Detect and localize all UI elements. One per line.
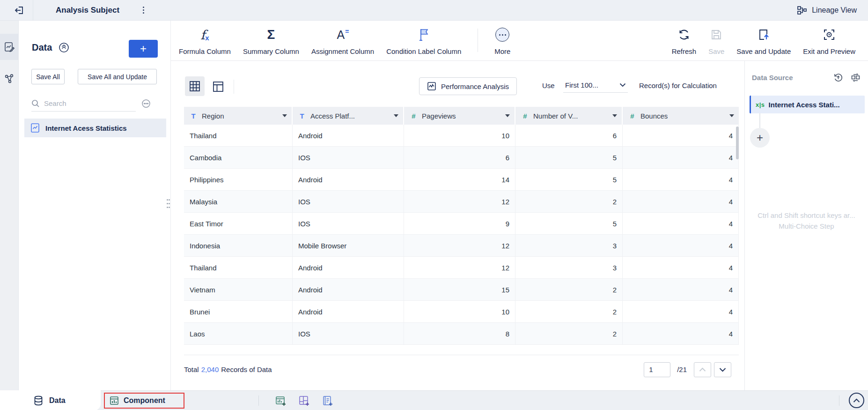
table-cell: 5: [515, 147, 623, 169]
record-sample-value: First 100...: [565, 81, 598, 89]
table-cell: Android: [293, 301, 404, 323]
table-vertical-scrollbar[interactable]: [736, 127, 739, 159]
save-label: Save: [708, 47, 724, 55]
view-toggle-divider: [234, 80, 234, 94]
table-row: PhilippinesAndroid1454: [184, 169, 739, 191]
column-header-region[interactable]: TRegion: [184, 107, 293, 125]
layout-view-toggle[interactable]: [211, 80, 225, 94]
column-header-access-platf[interactable]: TAccess Platf...: [293, 107, 404, 125]
toolbar-right-group: Refresh Save Save and Up: [666, 25, 861, 57]
table-cell: Vietnam: [184, 279, 293, 301]
hint-line-1: Ctrl and Shift shortcut keys ar...: [746, 210, 867, 221]
save-disk-icon: [710, 26, 722, 44]
table-cell: Android: [293, 257, 404, 279]
search-input[interactable]: [44, 99, 137, 107]
formula-column-button[interactable]: fx Formula Column: [173, 25, 237, 57]
column-dropdown-icon[interactable]: [729, 114, 734, 117]
table-cell: Philippines: [184, 169, 293, 191]
table-cell: 3: [515, 235, 623, 257]
column-dropdown-icon[interactable]: [505, 114, 510, 117]
table-row: MalaysiaIOS1224: [184, 191, 739, 213]
summary-column-button[interactable]: Σ Summary Column: [237, 25, 305, 57]
collapse-bottom-panel-button[interactable]: [849, 393, 864, 408]
condition-label-column-button[interactable]: Condition Label Column: [380, 25, 467, 57]
sigma-icon: Σ: [267, 26, 275, 44]
total-records-count[interactable]: 2,040: [201, 365, 219, 373]
save-update-icon: [757, 26, 770, 44]
title-kebab-menu-icon[interactable]: [139, 6, 147, 15]
switch-source-icon[interactable]: [851, 73, 861, 82]
save-all-and-update-button[interactable]: Save All and Update: [78, 69, 157, 84]
column-dropdown-icon[interactable]: [612, 114, 617, 117]
table-cell: 4: [623, 191, 739, 213]
tab-data[interactable]: Data: [0, 390, 101, 410]
refresh-button[interactable]: Refresh: [666, 25, 703, 57]
add-step-button[interactable]: +: [750, 128, 770, 148]
assignment-column-button[interactable]: A= Assignment Column: [305, 25, 380, 57]
table-cell: 12: [404, 235, 515, 257]
table-header-row: TRegionTAccess Platf...#Pageviews#Number…: [184, 107, 739, 125]
performance-analysis-button[interactable]: Performance Analysis: [419, 77, 517, 95]
collapse-panel-icon[interactable]: [59, 42, 69, 53]
add-dataset-button[interactable]: +: [129, 40, 158, 58]
dataset-item-internet-access-statistics[interactable]: Internet Acess Statistics: [24, 119, 166, 137]
tab-data-label: Data: [49, 396, 66, 405]
add-report-icon[interactable]: [321, 395, 334, 408]
table-cell: 10: [404, 301, 515, 323]
data-source-title: Data Source: [752, 74, 793, 82]
table-cell: IOS: [293, 323, 404, 345]
previous-page-button[interactable]: [694, 362, 711, 377]
column-dropdown-icon[interactable]: [282, 114, 287, 117]
exit-and-preview-button[interactable]: Exit and Preview: [797, 25, 861, 57]
add-chart-component-icon[interactable]: [274, 395, 287, 408]
table-cell: Cambodia: [184, 147, 293, 169]
total-prefix: Total: [184, 365, 199, 373]
data-table: TRegionTAccess Platf...#Pageviews#Number…: [184, 107, 739, 345]
refresh-label: Refresh: [672, 47, 697, 55]
table-cell: 6: [404, 147, 515, 169]
search-options-icon[interactable]: [141, 99, 151, 108]
more-button[interactable]: More: [488, 25, 516, 57]
number-type-icon: #: [521, 112, 529, 120]
column-header-number-of-v[interactable]: #Number of V...: [515, 107, 623, 125]
condition-label-column-label: Condition Label Column: [386, 47, 461, 55]
use-label: Use: [542, 82, 555, 89]
data-source-step-internet-access[interactable]: x|s Internet Acess Stati...: [750, 96, 865, 113]
column-header-bounces[interactable]: #Bounces: [623, 107, 739, 125]
table-footer: Total 2,040 Records of Data /21: [184, 355, 739, 384]
save-all-button[interactable]: Save All: [31, 69, 65, 84]
chevron-down-icon: [619, 83, 626, 87]
data-panel-title: Data: [32, 42, 52, 53]
column-header-pageviews[interactable]: #Pageviews: [404, 107, 515, 125]
number-type-icon: #: [410, 112, 417, 120]
column-dropdown-icon[interactable]: [394, 114, 398, 117]
tab-component[interactable]: Component: [104, 393, 184, 409]
total-suffix: Records of Data: [221, 365, 272, 373]
lineage-view-button[interactable]: Lineage View: [797, 6, 868, 15]
table-row: CambodiaIOS654: [184, 147, 739, 169]
back-exit-icon[interactable]: [14, 5, 25, 16]
data-source-panel: Data Source x|s Internet Acess Stati... …: [744, 61, 868, 390]
save-and-update-button[interactable]: Save and Update: [730, 25, 797, 57]
rail-analysis-board-icon[interactable]: [0, 34, 19, 60]
rail-relationship-icon[interactable]: [0, 68, 19, 89]
update-history-icon[interactable]: [833, 73, 843, 82]
save-button[interactable]: Save: [702, 25, 730, 57]
bottom-tab-bar: Data Component: [0, 390, 868, 410]
record-sample-dropdown[interactable]: First 100...: [563, 78, 628, 93]
table-cell: 4: [623, 125, 739, 147]
grid-view-toggle[interactable]: [185, 76, 205, 96]
left-icon-rail: [0, 21, 19, 390]
refresh-icon: [677, 26, 691, 44]
total-records-text: Total 2,040 Records of Data: [184, 365, 272, 373]
performance-analysis-label: Performance Analysis: [441, 82, 509, 90]
bottom-bar-divider-right: [839, 395, 839, 406]
table-cell: Mobile Browser: [293, 235, 404, 257]
table-row: VietnamAndroid1524: [184, 279, 739, 301]
add-dashboard-icon[interactable]: [298, 395, 311, 408]
analysis-subject-app: Analysis Subject Lineage View fx Formula…: [0, 0, 868, 410]
page-number-input[interactable]: [644, 362, 670, 377]
next-page-button[interactable]: [714, 362, 731, 377]
flag-icon: [418, 26, 430, 44]
table-cell: 4: [623, 279, 739, 301]
